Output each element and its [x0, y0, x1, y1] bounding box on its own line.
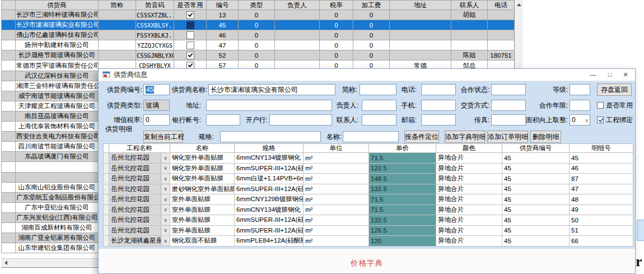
- supplier-row[interactable]: 长沙市潇湘玻璃实业有限公司CSSXXBLSY...45000: [2, 20, 515, 30]
- common-flag-checkbox[interactable]: [186, 52, 194, 59]
- email-input[interactable]: [421, 114, 456, 126]
- chevron-down-icon[interactable]: [161, 174, 170, 183]
- row-header-cell: [104, 215, 109, 226]
- chevron-down-icon[interactable]: [161, 215, 170, 225]
- background-text-fragment: r: [636, 253, 642, 270]
- row-header-cell: [2, 101, 16, 111]
- scroll-left-icon[interactable]: [4, 261, 7, 265]
- minimize-button[interactable]: —: [585, 69, 601, 81]
- row-header-cell: [2, 142, 16, 152]
- spec-filter-input[interactable]: [220, 131, 321, 142]
- column-header: 加工费: [353, 1, 390, 10]
- delete-detail-button[interactable]: 删除明细: [530, 131, 561, 143]
- grid-cell: [451, 30, 488, 40]
- mobile-input[interactable]: [421, 100, 456, 111]
- grid-cell: 45: [570, 153, 633, 164]
- common-flag-checkbox[interactable]: [186, 21, 194, 29]
- detail-row[interactable]: 岳州北控花园室外单面贴膜6mmCNY134镀膜钢化m²71.5异地合片4549: [104, 205, 633, 215]
- grid-cell: 13: [207, 10, 239, 20]
- detail-row[interactable]: 长沙龙湖祺鑫星座钢化双面不贴膜6mmPLE84+12A(硅酮胶...m²120异…: [104, 236, 633, 247]
- copy-project-button[interactable]: 复制当前工程: [143, 131, 183, 143]
- detail-row[interactable]: 岳州北控花园磨砂钢化室外单面贴膜6mmSUPER-III+12A(硅...m²1…: [104, 184, 633, 194]
- is-common-checkbox[interactable]: 是否常用: [597, 100, 633, 110]
- supplier-row[interactable]: 长沙市三湘特种玻璃有限公司CSSSXTZBL...13000胡姐: [2, 10, 515, 20]
- supplier-name-input[interactable]: 长沙市潇湘玻璃实业有限公司: [208, 84, 335, 95]
- chevron-down-icon[interactable]: [161, 236, 170, 245]
- detail-row[interactable]: 岳州北控花园室外单面贴膜6mmSUPER-III+12A(硅...m²132.5…: [104, 215, 633, 226]
- bank-branch-input[interactable]: [269, 114, 332, 126]
- manager-input[interactable]: [362, 100, 396, 111]
- project-combo-cell[interactable]: 岳州北控花园: [109, 163, 170, 174]
- project-combo-cell[interactable]: 岳州北控花园: [109, 205, 170, 215]
- chevron-down-icon[interactable]: [161, 184, 170, 194]
- window-scrollbar-thumb[interactable]: [637, 220, 644, 241]
- grade-input[interactable]: [570, 84, 590, 95]
- scroll-up-icon[interactable]: [517, 3, 521, 6]
- grid-cell: [451, 20, 488, 30]
- grid-cell: 71.5: [369, 194, 436, 205]
- grid-cell: [99, 10, 136, 20]
- maximize-button[interactable]: □: [601, 69, 618, 81]
- chevron-down-icon[interactable]: [161, 164, 170, 173]
- save-return-button[interactable]: 存盘返回: [597, 83, 632, 96]
- grid-cell: 47: [570, 184, 633, 194]
- grid-cell: 132.5: [369, 184, 436, 194]
- project-combo-cell[interactable]: 岳州北控花园: [109, 153, 170, 164]
- project-combo-cell[interactable]: 岳州北控花园: [109, 225, 170, 236]
- grid-cell: 0: [239, 30, 275, 40]
- name-filter-input[interactable]: [343, 131, 399, 142]
- common-flag-checkbox[interactable]: [186, 11, 194, 19]
- supplier-grid-head-row: 供货商简称简音码是否常用编号类型负责人税率加工费地址联系人电话: [2, 1, 515, 10]
- add-order-detail-button[interactable]: 添加订单明细: [487, 131, 528, 143]
- project-combo-cell[interactable]: 岳州北控花园: [109, 184, 170, 194]
- delivery-method-input[interactable]: [491, 100, 526, 111]
- project-combo-cell[interactable]: 岳州北控花园: [109, 194, 170, 205]
- grid-cell: 扬州中勤建材有限公司: [16, 40, 99, 50]
- supplier-row[interactable]: 扬州中勤建材有限公司YZZQJCYXGS47000: [2, 40, 515, 50]
- short-name-input[interactable]: [360, 84, 396, 95]
- grid-cell: 异地合片: [436, 205, 502, 215]
- column-header: [104, 144, 109, 153]
- contact-input[interactable]: [362, 114, 396, 126]
- project-combo-cell[interactable]: 长沙龙湖祺鑫星座: [109, 236, 170, 247]
- chevron-down-icon[interactable]: [161, 153, 170, 162]
- supplier-row[interactable]: 长沙晟格节能玻璃有限公司CSSGJNBLYXGS52000陈姐180751: [2, 50, 515, 61]
- grid-cell: 49: [570, 205, 633, 215]
- phone-input[interactable]: [421, 84, 456, 95]
- common-flag-checkbox[interactable]: [186, 31, 194, 39]
- detail-row[interactable]: 岳州北控花园钢化室外单面贴膜6mmSUPER-III+12A(硅...m²122…: [104, 163, 633, 174]
- detail-row[interactable]: 岳州北控花园钢化室外单面贴膜6mm白玻+1.14PVB+6mm...m²148.…: [104, 174, 633, 184]
- supplier-info-dialog: 供货商信息 — □ ✕ 供货商编号: 45 供货商名称: 长沙市潇湘玻璃实业有限…: [98, 68, 636, 274]
- area-roundup-select[interactable]: 0: [570, 114, 590, 126]
- coop-years-input[interactable]: [570, 100, 590, 111]
- bank-account-input[interactable]: [206, 114, 240, 126]
- row-header-cell: [104, 184, 109, 194]
- close-button[interactable]: ✕: [617, 69, 634, 81]
- common-flag-checkbox[interactable]: [186, 41, 194, 49]
- project-combo-cell[interactable]: 岳州北控花园: [109, 174, 170, 184]
- chevron-down-icon[interactable]: [161, 194, 170, 204]
- grid-cell: [275, 40, 320, 50]
- chevron-down-icon[interactable]: [161, 205, 170, 215]
- chevron-down-icon[interactable]: [161, 226, 170, 235]
- add-dict-detail-button[interactable]: 添加字典明细: [445, 131, 485, 143]
- dialog-titlebar[interactable]: 供货商信息 — □ ✕: [99, 69, 635, 81]
- grid-cell: 上海优泰装饰材料有限公司: [16, 122, 99, 132]
- grid-cell: 0: [353, 30, 390, 40]
- project-combo-cell[interactable]: 岳州北控花园: [109, 215, 170, 226]
- supplier-row[interactable]: 佛山市亿鑫玻璃科技有限公司FSSYXBLKJ...46000: [2, 30, 515, 40]
- row-header-cell: [2, 172, 16, 182]
- project-binding-checkbox[interactable]: 工程绑定: [597, 115, 633, 125]
- grid-cell: 异地合片: [436, 163, 502, 174]
- detail-row[interactable]: 岳州北控花园室外单面贴膜6mmSUPER-III+12A(硅...m²126.5…: [104, 225, 633, 236]
- grid-cell: 异地合片: [436, 225, 502, 236]
- address-input[interactable]: [206, 100, 332, 111]
- supplier-no-input[interactable]: 45: [143, 84, 170, 95]
- detail-row[interactable]: 岳州北控花园室外单面贴膜6mmCNY129B镀膜钢化m²71.5异地合片4548: [104, 194, 633, 205]
- supplier-no-value: 45: [146, 86, 154, 94]
- detail-row[interactable]: 岳州北控花园钢化室外单面贴膜6mmCNY134镀膜钢化m²71.5异地合片454…: [104, 153, 633, 164]
- locate-by-condition-button[interactable]: 按条件定位: [404, 131, 439, 143]
- row-header-cell: [2, 111, 16, 121]
- row-header-cell: [2, 50, 16, 61]
- coop-status-input[interactable]: [491, 84, 526, 95]
